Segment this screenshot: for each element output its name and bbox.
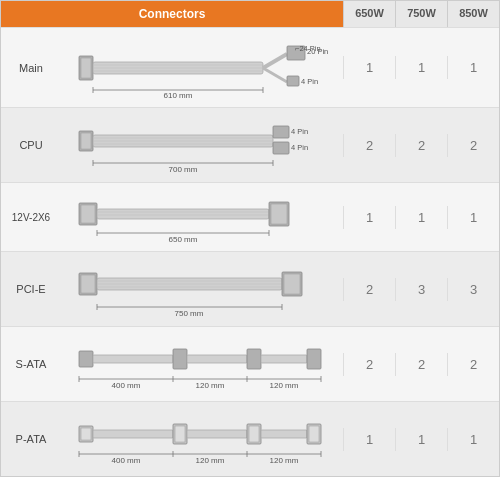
pcie-650w: 2: [343, 278, 395, 301]
row-12v2x6: 12V-2X6 650 mm 1 1 1: [1, 182, 499, 251]
svg-text:400 mm: 400 mm: [112, 456, 141, 465]
svg-text:400 mm: 400 mm: [112, 381, 141, 390]
label-sata: S-ATA: [1, 354, 61, 374]
row-cpu: CPU 4 Pin 4 Pin 700 mm: [1, 107, 499, 182]
svg-text:4 Pin: 4 Pin: [291, 143, 308, 152]
12v2x6-650w: 1: [343, 206, 395, 229]
svg-rect-9: [287, 76, 299, 86]
connector-12v2x6: 650 mm: [61, 183, 343, 251]
row-pata: P-ATA: [1, 401, 499, 476]
svg-text:4 Pin: 4 Pin: [301, 77, 318, 86]
connector-cpu: 4 Pin 4 Pin 700 mm: [61, 108, 343, 182]
svg-rect-57: [187, 355, 247, 363]
svg-rect-75: [175, 426, 185, 442]
svg-rect-37: [271, 204, 287, 224]
svg-rect-78: [249, 426, 259, 442]
svg-rect-49: [284, 274, 300, 294]
sata-850w: 2: [447, 353, 499, 376]
svg-rect-79: [261, 430, 307, 438]
row-sata: S-ATA 400 mm: [1, 326, 499, 401]
pata-750w: 1: [395, 428, 447, 451]
svg-rect-73: [93, 430, 173, 438]
label-pcie: PCI-E: [1, 279, 61, 299]
svg-line-8: [263, 68, 287, 82]
pcie-750w: 3: [395, 278, 447, 301]
svg-rect-1: [81, 58, 91, 78]
svg-rect-43: [81, 275, 95, 293]
pata-850w: 1: [447, 428, 499, 451]
header-850w: 850W: [447, 1, 499, 27]
connector-main: 20 Pin ⌐24 Pin 4 Pin 610 mm: [61, 30, 343, 106]
svg-text:120 mm: 120 mm: [270, 381, 299, 390]
label-pata: P-ATA: [1, 429, 61, 449]
cpu-850w: 2: [447, 134, 499, 157]
svg-rect-60: [307, 349, 321, 369]
connector-sata: 400 mm 120 mm 120 mm: [61, 327, 343, 401]
pata-650w: 1: [343, 428, 395, 451]
svg-rect-55: [93, 355, 173, 363]
sata-750w: 2: [395, 353, 447, 376]
svg-text:750 mm: 750 mm: [175, 309, 204, 318]
connector-pata: 400 mm 120 mm 120 mm: [61, 402, 343, 476]
svg-rect-56: [173, 349, 187, 369]
svg-rect-18: [81, 133, 91, 149]
svg-text:120 mm: 120 mm: [196, 456, 225, 465]
svg-rect-81: [309, 426, 319, 442]
svg-text:120 mm: 120 mm: [196, 381, 225, 390]
sata-650w: 2: [343, 353, 395, 376]
connector-table: Connectors 650W 750W 850W Main: [0, 0, 500, 477]
pcie-850w: 3: [447, 278, 499, 301]
svg-rect-33: [97, 209, 269, 219]
label-12v2x6: 12V-2X6: [1, 208, 61, 227]
header-connectors: Connectors: [1, 1, 343, 27]
header-650w: 650W: [343, 1, 395, 27]
svg-text:4 Pin: 4 Pin: [291, 127, 308, 136]
table-header: Connectors 650W 750W 850W: [1, 1, 499, 27]
svg-text:700 mm: 700 mm: [169, 165, 198, 174]
main-850w: 1: [447, 56, 499, 79]
svg-rect-76: [187, 430, 247, 438]
main-650w: 1: [343, 56, 395, 79]
svg-rect-58: [247, 349, 261, 369]
12v2x6-850w: 1: [447, 206, 499, 229]
svg-text:120 mm: 120 mm: [270, 456, 299, 465]
svg-rect-32: [81, 205, 95, 223]
row-pcie: PCI-E 750 mm 2 3 3: [1, 251, 499, 326]
svg-line-6: [263, 54, 287, 68]
row-main: Main 20 Pin ⌐24 Pin: [1, 27, 499, 107]
main-750w: 1: [395, 56, 447, 79]
cpu-750w: 2: [395, 134, 447, 157]
svg-rect-24: [273, 142, 289, 154]
header-750w: 750W: [395, 1, 447, 27]
svg-text:610 mm: 610 mm: [164, 91, 193, 100]
svg-rect-54: [79, 351, 93, 367]
svg-rect-23: [273, 126, 289, 138]
svg-text:650 mm: 650 mm: [169, 235, 198, 244]
label-main: Main: [1, 58, 61, 78]
svg-rect-72: [81, 428, 91, 440]
connector-pcie: 750 mm: [61, 252, 343, 326]
cpu-650w: 2: [343, 134, 395, 157]
svg-rect-59: [261, 355, 307, 363]
12v2x6-750w: 1: [395, 206, 447, 229]
label-cpu: CPU: [1, 135, 61, 155]
svg-text:⌐24 Pin: ⌐24 Pin: [295, 44, 321, 53]
